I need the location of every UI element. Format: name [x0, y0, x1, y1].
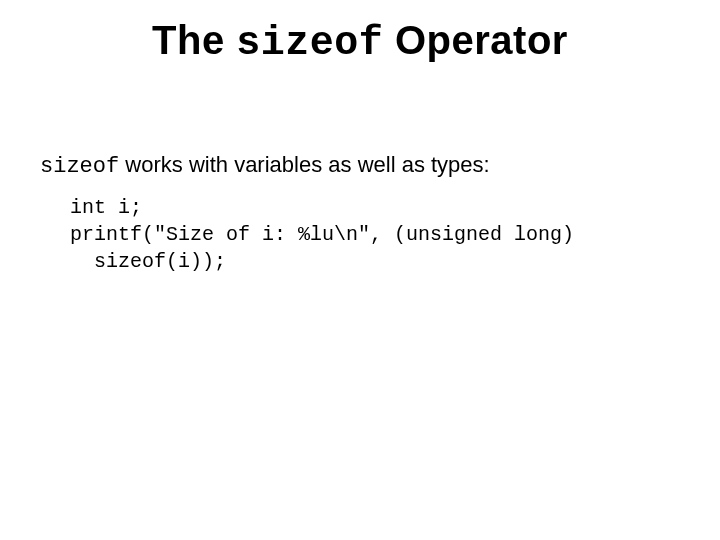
intro-rest: works with variables as well as types:	[119, 152, 489, 177]
code-line-3: sizeof(i));	[70, 250, 226, 273]
code-block: int i; printf("Size of i: %lu\n", (unsig…	[70, 194, 680, 275]
intro-code: sizeof	[40, 154, 119, 179]
title-post: Operator	[383, 18, 568, 62]
title-pre: The	[152, 18, 236, 62]
code-line-2: printf("Size of i: %lu\n", (unsigned lon…	[70, 223, 574, 246]
slide: The sizeof Operator sizeof works with va…	[0, 0, 720, 540]
slide-title: The sizeof Operator	[0, 18, 720, 66]
intro-line: sizeof works with variables as well as t…	[40, 150, 680, 182]
title-code: sizeof	[236, 21, 383, 66]
slide-body: sizeof works with variables as well as t…	[40, 150, 680, 275]
code-line-1: int i;	[70, 196, 142, 219]
